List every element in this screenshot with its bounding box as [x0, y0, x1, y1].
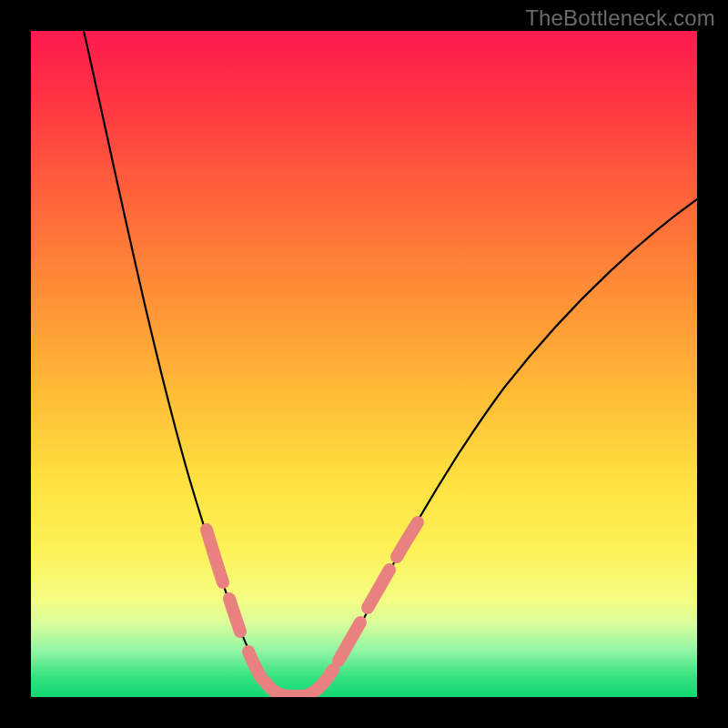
- curve-highlight-beads: [207, 522, 418, 696]
- bottleneck-curve: [31, 31, 697, 697]
- curve-main-path: [84, 31, 697, 696]
- watermark-text: TheBottleneck.com: [525, 5, 715, 31]
- chart-plot-area: [31, 31, 697, 697]
